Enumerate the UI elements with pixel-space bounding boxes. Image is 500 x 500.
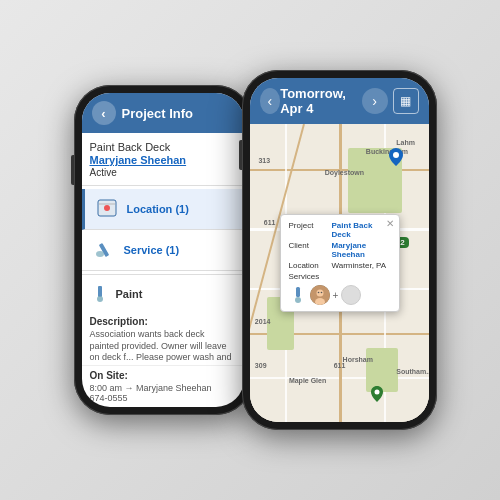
svg-point-6 <box>97 296 103 302</box>
project-name: Paint Back Deck <box>90 141 236 153</box>
project-details: Paint Back Deck Maryjane Sheehan Active <box>82 133 244 182</box>
popup-location-value: Warminster, PA <box>332 261 387 270</box>
service-brush-icon <box>289 286 307 304</box>
project-status: Active <box>90 167 236 178</box>
right-phone-screen: ‹ Tomorrow, Apr 4 › ▦ <box>250 78 429 422</box>
svg-point-4 <box>96 251 104 257</box>
road-label-611: 611 <box>264 219 276 226</box>
svg-point-12 <box>316 290 323 297</box>
road-label-313: 313 <box>258 157 270 164</box>
onsite-phone: 674-0555 <box>90 393 236 403</box>
paint-section: Paint <box>82 278 244 314</box>
prev-arrow-button[interactable]: ‹ <box>260 88 281 114</box>
city-southam: Southam... <box>396 368 428 375</box>
svg-point-8 <box>375 390 380 395</box>
empty-avatar <box>341 285 361 305</box>
project-client[interactable]: Maryjane Sheehan <box>90 154 236 166</box>
header-date: Tomorrow, Apr 4 <box>280 86 361 116</box>
paint-header: Paint <box>90 284 236 304</box>
onsite-section: On Site: 8:00 am → Maryjane Sheehan 674-… <box>82 365 244 407</box>
divider-1 <box>82 185 244 186</box>
popup-project-row: Project Paint Back Deck <box>289 221 391 239</box>
popup-location-key: Location <box>289 261 329 270</box>
service-label: Service (1) <box>124 244 180 256</box>
svg-point-10 <box>295 297 301 303</box>
left-phone-screen: ‹ Project Info Paint Back Deck Maryjane … <box>82 93 244 407</box>
road-label-309: 309 <box>255 362 267 369</box>
popup-avatars: + <box>289 285 391 305</box>
blue-pin <box>389 148 403 170</box>
svg-point-14 <box>317 292 319 294</box>
location-section-item[interactable]: Location (1) <box>82 189 244 230</box>
city-horsham: Horsham <box>343 356 373 363</box>
service-icon <box>90 236 118 264</box>
svg-point-7 <box>393 152 399 158</box>
popup-project-key: Project <box>289 221 329 239</box>
map-popup: ✕ Project Paint Back Deck Client Maryjan… <box>280 214 400 312</box>
location-label: Location (1) <box>127 203 189 215</box>
map-background: 313 611 263 2014 309 611 Doylestown Buck… <box>250 124 429 422</box>
divider-2 <box>82 274 244 275</box>
svg-point-1 <box>104 205 110 211</box>
popup-location-row: Location Warminster, PA <box>289 261 391 270</box>
popup-client-row: Client Maryjane Sheehan <box>289 241 391 259</box>
desc-label: Description: <box>90 316 236 327</box>
popup-project-value[interactable]: Paint Back Deck <box>332 221 391 239</box>
popup-services-label: Services <box>289 272 391 281</box>
paint-title: Paint <box>116 288 143 300</box>
city-doylestown: Doylestown <box>325 169 364 176</box>
popup-close-button[interactable]: ✕ <box>386 218 394 229</box>
next-arrow-button[interactable]: › <box>362 88 388 114</box>
svg-point-15 <box>320 292 322 294</box>
description-section: Description: Association wants back deck… <box>82 314 244 365</box>
city-lahm: Lahm <box>396 139 415 146</box>
popup-client-value[interactable]: Maryjane Sheehan <box>332 241 391 259</box>
client-avatar <box>310 285 330 305</box>
map-container[interactable]: 313 611 263 2014 309 611 Doylestown Buck… <box>250 124 429 422</box>
svg-rect-5 <box>98 286 102 297</box>
calendar-button[interactable]: ▦ <box>393 88 419 114</box>
right-phone: ‹ Tomorrow, Apr 4 › ▦ <box>242 70 437 430</box>
desc-text: Association wants back deck painted prov… <box>90 329 236 365</box>
left-header: ‹ Project Info <box>82 93 244 133</box>
plus-sign: + <box>333 290 339 301</box>
header-title: Project Info <box>122 106 194 121</box>
popup-client-key: Client <box>289 241 329 259</box>
back-button[interactable]: ‹ <box>92 101 116 125</box>
service-section-item[interactable]: Service (1) <box>82 230 244 271</box>
right-header: ‹ Tomorrow, Apr 4 › ▦ <box>250 78 429 124</box>
road-label-2014: 2014 <box>255 318 271 325</box>
green-pin-bottom <box>371 386 383 406</box>
onsite-time: 8:00 am → Maryjane Sheehan <box>90 383 236 393</box>
road-label-611b: 611 <box>334 362 346 369</box>
svg-rect-9 <box>296 287 300 297</box>
location-icon <box>93 195 121 223</box>
left-phone: ‹ Project Info Paint Back Deck Maryjane … <box>74 85 252 415</box>
city-mapleglen: Maple Glen <box>289 377 326 384</box>
phones-container: ‹ Project Info Paint Back Deck Maryjane … <box>64 70 437 430</box>
brush-icon <box>90 284 110 304</box>
onsite-label: On Site: <box>90 370 236 381</box>
